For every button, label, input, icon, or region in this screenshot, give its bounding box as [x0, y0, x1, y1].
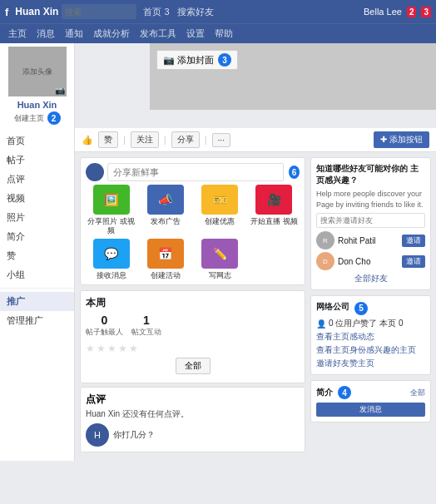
doncho-invite-button[interactable]: 邀请 — [402, 255, 425, 268]
sidebar-item-manage-promote[interactable]: 管理推广 — [0, 311, 74, 330]
nav-messages[interactable]: 消息 — [37, 27, 55, 40]
cover-area: 📷 添加封面 3 — [150, 43, 436, 110]
page-title: Huan Xin — [15, 6, 58, 17]
nav-settings[interactable]: 设置 — [186, 27, 205, 40]
sidebar: 首页 帖子 点评 视频 照片 简介 赞 小组 推广 管理推广 — [0, 128, 75, 461]
nav-home[interactable]: 主页 — [8, 27, 27, 40]
action-create-offer[interactable]: 🎫 创建优惠 — [195, 185, 245, 235]
compose-input[interactable] — [107, 163, 284, 181]
like-button[interactable]: 赞 — [98, 131, 118, 148]
review-section: 点评 Huan Xin 还没有任何点评。 H 你打几分？ — [80, 387, 305, 452]
intro-all-link[interactable]: 全部 — [410, 388, 425, 398]
invite-friends-link[interactable]: 邀请好友赞主页 — [316, 358, 425, 369]
nav-analytics[interactable]: 成就分析 — [93, 27, 130, 40]
action-create-event[interactable]: 📅 创建活动 — [140, 239, 191, 280]
all-friends-link[interactable]: 全部好友 — [316, 273, 425, 284]
create-event-icon: 📅 — [147, 239, 184, 269]
nav-help[interactable]: 帮助 — [215, 27, 233, 40]
view-page-link-1[interactable]: 查看主页感动态 — [316, 331, 425, 343]
notification-badge-1[interactable]: 2 — [407, 7, 417, 17]
user-name: Bella Lee — [364, 7, 402, 17]
star-5: ★ — [129, 343, 138, 354]
rohit-invite-button[interactable]: 邀请 — [402, 235, 425, 247]
this-week-section: 本周 0 帖子触最人 1 帖文互动 ★ — [80, 290, 305, 383]
review-title: 点评 — [86, 393, 300, 407]
sidebar-menu: 首页 帖子 点评 视频 照片 简介 赞 小组 — [0, 131, 74, 284]
action-receive-msg[interactable]: 💬 接收消息 — [86, 239, 136, 280]
star-1: ★ — [86, 343, 95, 354]
review-text: Huan Xin 还没有任何点评。 — [86, 408, 300, 420]
review-item: H 你打几分？ — [86, 423, 300, 447]
live-video-icon: 🎥 — [255, 185, 292, 215]
create-offer-label: 创建优惠 — [205, 217, 235, 226]
action-bar: 👍 赞 | 关注 | 分享 | ··· ✚ 添加按钮 — [75, 128, 436, 152]
star-2: ★ — [97, 343, 106, 354]
top-area: 添加头像 Huan Xin 创建主页 2 📷 添加封面 3 — [0, 43, 436, 128]
network-title: 网络公司 — [316, 301, 349, 313]
profile-pic[interactable]: 添加头像 — [8, 47, 67, 96]
friend-invite-card: 知道哪些好友可能对你的 主页感兴趣？ Help more people disc… — [310, 157, 431, 290]
share-photo-icon: 🖼️ — [93, 185, 130, 215]
interactions-label: 帖文互动 — [131, 327, 161, 338]
share-button[interactable]: 分享 — [171, 131, 200, 148]
invite-row-2: D Don Cho 邀请 — [316, 252, 425, 270]
interactions-num: 1 — [131, 314, 161, 327]
sidebar-item-promote[interactable]: 推广 — [0, 292, 74, 311]
publish-ad-label: 发布广告 — [151, 217, 181, 226]
divider-1: | — [123, 135, 126, 145]
divider-2: | — [164, 135, 166, 145]
search-friends-nav[interactable]: 搜索好友 — [177, 7, 214, 17]
follow-button[interactable]: 关注 — [131, 131, 159, 148]
receive-msg-icon: 💬 — [93, 239, 130, 269]
action-write-blog[interactable]: ✏️ 写网志 — [195, 239, 245, 280]
more-button[interactable]: ··· — [212, 133, 230, 147]
doncho-name: Don Cho — [338, 257, 399, 266]
star-3: ★ — [107, 343, 116, 354]
sidebar-item-videos[interactable]: 视频 — [0, 189, 74, 208]
send-message-button[interactable]: 发消息 — [316, 403, 425, 417]
intro-row: 简介 4 全部 — [316, 386, 425, 399]
top-right-area: Bella Lee 2 3 — [364, 7, 431, 17]
sidebar-item-photos[interactable]: 照片 — [0, 208, 74, 227]
action-live-video[interactable]: 🎥 开始直播 视频 — [249, 185, 300, 235]
two-col: 6 🖼️ 分享照片 或视频 📣 发布广告 — [75, 152, 436, 457]
network-num: 5 — [354, 302, 368, 315]
grid-actions: 🖼️ 分享照片 或视频 📣 发布广告 🎫 创建优惠 — [86, 185, 300, 279]
sidebar-item-about[interactable]: 简介 — [0, 227, 74, 246]
sidebar-item-home[interactable]: 首页 — [0, 131, 74, 151]
search-input[interactable] — [62, 4, 136, 19]
compose-box: 6 🖼️ 分享照片 或视频 📣 发布广告 — [80, 157, 305, 285]
view-page-link-2[interactable]: 查看主页身份感兴趣的主页 — [316, 344, 425, 356]
sidebar-item-likes[interactable]: 赞 — [0, 246, 74, 265]
nav-notifications[interactable]: 通知 — [65, 27, 83, 40]
top-center-nav: 首页 3 搜索好友 — [143, 6, 213, 18]
add-button[interactable]: ✚ 添加按钮 — [374, 131, 429, 148]
nav-publish[interactable]: 发布工具 — [140, 27, 176, 40]
sidebar-top: 添加头像 Huan Xin 创建主页 2 — [0, 43, 75, 128]
subtitle-num: 2 — [47, 111, 61, 125]
invite-search-input[interactable] — [316, 213, 425, 228]
action-publish-ad[interactable]: 📣 发布广告 — [140, 185, 191, 235]
posts-stat: 0 帖子触最人 — [86, 314, 123, 338]
create-event-label: 创建活动 — [151, 271, 181, 280]
home-nav[interactable]: 首页 3 — [143, 7, 169, 17]
this-week-title: 本周 — [86, 296, 300, 310]
interactions-stat: 1 帖文互动 — [131, 314, 161, 338]
intro-card: 简介 4 全部 发消息 — [310, 380, 431, 422]
sidebar-item-reviews[interactable]: 点评 — [0, 170, 74, 189]
add-cover-button[interactable]: 📷 添加封面 3 — [156, 50, 238, 70]
action-share-photo[interactable]: 🖼️ 分享照片 或视频 — [86, 185, 136, 235]
sidebar-item-groups[interactable]: 小组 — [0, 265, 74, 284]
doncho-avatar: D — [316, 252, 334, 270]
star-4: ★ — [118, 343, 127, 354]
secondary-nav: 主页 消息 通知 成就分析 发布工具 设置 帮助 — [0, 23, 436, 43]
sidebar-item-posts[interactable]: 帖子 — [0, 151, 74, 170]
compose-header: 6 — [86, 163, 300, 181]
invite-row-1: R Rohit Patil 邀请 — [316, 231, 425, 250]
all-button[interactable]: 全部 — [176, 358, 211, 374]
notification-badge-2[interactable]: 3 — [421, 7, 431, 17]
sidebar-username: Huan Xin — [0, 98, 74, 111]
thumb-icon: 👍 — [82, 135, 93, 146]
compose-avatar — [86, 163, 104, 181]
left-col: 6 🖼️ 分享照片 或视频 📣 发布广告 — [80, 157, 305, 452]
